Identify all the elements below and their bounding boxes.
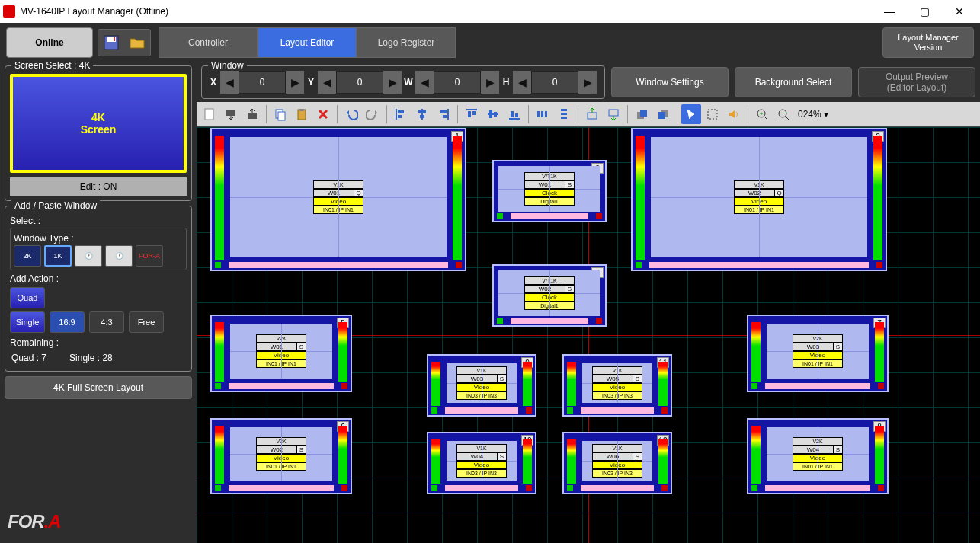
minimize-button[interactable]: — xyxy=(872,0,907,23)
main: Window X ◀0▶ Y ◀0▶ W ◀0▶ H ◀0▶ Window Se… xyxy=(197,62,980,543)
open-icon[interactable] xyxy=(126,31,149,54)
maximize-button[interactable]: ▢ xyxy=(907,0,942,23)
layout-window-2[interactable]: 2V1KW02QVideoIN01 / IP IN1 xyxy=(631,128,887,271)
window-info: V2KW01SVideoIN01 / IP IN1 xyxy=(256,334,306,368)
delete-icon[interactable] xyxy=(313,104,333,124)
paste-icon[interactable] xyxy=(292,104,312,124)
layout-window-5[interactable]: 5V2KW01SVideoIN01 / IP IN1 xyxy=(210,315,352,392)
distribute-v-icon[interactable] xyxy=(554,104,574,124)
type-2k[interactable]: 2K xyxy=(14,245,41,267)
close-button[interactable]: ✕ xyxy=(942,0,977,23)
svg-rect-3 xyxy=(205,109,213,120)
svg-line-42 xyxy=(764,117,767,120)
full-screen-layout-button[interactable]: 4K Full Screen Layout xyxy=(5,376,192,399)
add-paste-title: Add / Paste Window xyxy=(11,200,100,211)
window-info: V/T1KW01SClockDigital1 xyxy=(524,172,575,206)
remaining-label: Remaining : xyxy=(10,337,187,348)
layout-window-7[interactable]: 7V2KW03SVideoIN01 / IP IN1 xyxy=(747,315,889,392)
ratio-4-3[interactable]: 4:3 xyxy=(89,311,124,333)
type-logo[interactable]: FOR-A xyxy=(136,245,163,267)
h-spinner[interactable]: ◀0▶ xyxy=(513,71,597,94)
layout-window-8[interactable]: 8V2KW04SVideoIN01 / IP IN1 xyxy=(747,418,889,494)
zoom-in-icon[interactable]: + xyxy=(752,104,772,124)
align-center-h-icon[interactable] xyxy=(412,104,432,124)
save-icon[interactable] xyxy=(100,31,123,54)
svg-rect-5 xyxy=(248,113,257,119)
svg-rect-9 xyxy=(299,109,304,111)
svg-rect-27 xyxy=(515,113,518,117)
scale-up-icon[interactable] xyxy=(582,104,602,124)
distribute-h-icon[interactable] xyxy=(533,104,552,124)
svg-rect-37 xyxy=(640,110,647,117)
x-spinner[interactable]: ◀0▶ xyxy=(220,71,304,94)
layout-window-9[interactable]: 9V1KW03SVideoIN03 / IP IN3 xyxy=(427,354,536,417)
audio-icon[interactable] xyxy=(724,104,744,124)
svg-rect-33 xyxy=(561,117,567,119)
type-1k[interactable]: 1K xyxy=(44,245,72,267)
send-down-icon[interactable] xyxy=(221,104,241,124)
pointer-icon[interactable] xyxy=(681,104,701,124)
new-icon[interactable] xyxy=(200,104,219,124)
sidebar: Screen Select : 4K 4K Screen Edit : ON A… xyxy=(0,62,197,543)
layout-window-10[interactable]: 10V1KW04SVideoIN03 / IP IN3 xyxy=(427,432,536,494)
align-bottom-icon[interactable] xyxy=(504,104,524,124)
send-up-icon[interactable] xyxy=(242,104,262,124)
tab-layout-editor[interactable]: Layout Editor xyxy=(258,27,357,58)
layout-canvas[interactable]: 1V1KW01QVideoIN01 / IP IN12V1KW02QVideoI… xyxy=(197,126,980,543)
bring-front-icon[interactable] xyxy=(632,104,652,124)
svg-rect-24 xyxy=(494,112,497,117)
file-icon-group xyxy=(98,29,151,56)
send-back-icon[interactable] xyxy=(653,104,673,124)
redo-icon[interactable] xyxy=(363,104,383,124)
layout-window-6[interactable]: 6V2KW02SVideoIN01 / IP IN1 xyxy=(210,418,352,494)
window-info: V1KW02QVideoIN01 / IP IN1 xyxy=(734,180,784,214)
background-select-button[interactable]: Background Select xyxy=(735,67,852,97)
window-title: MV-1640IP Layout Manager (Offline) xyxy=(20,6,872,17)
ratio-16-9[interactable]: 16:9 xyxy=(50,311,85,333)
layout-window-11[interactable]: 11V1KW05SVideoIN03 / IP IN3 xyxy=(562,354,672,417)
zoom-level[interactable]: 024% ▾ xyxy=(798,109,828,120)
window-info: V1KW05SVideoIN03 / IP IN3 xyxy=(592,366,642,400)
single-button[interactable]: Single xyxy=(10,311,45,333)
window-info: V1KW03SVideoIN03 / IP IN3 xyxy=(456,366,507,400)
svg-rect-7 xyxy=(278,112,285,120)
window-info: V2KW02SVideoIN01 / IP IN1 xyxy=(256,437,306,471)
type-clock-digital[interactable]: 🕐 xyxy=(105,245,133,267)
align-right-icon[interactable] xyxy=(434,104,453,124)
output-preview-button[interactable]: Output Preview (Editor Layout) xyxy=(858,67,975,97)
screen-select-title: Screen Select : 4K xyxy=(11,60,93,71)
align-middle-icon[interactable] xyxy=(483,104,503,124)
tab-logo-register[interactable]: Logo Register xyxy=(357,27,456,58)
svg-text:−: − xyxy=(781,110,785,117)
icon-toolbar: + − 024% ▾ xyxy=(197,102,980,126)
tab-controller[interactable]: Controller xyxy=(159,27,258,58)
y-spinner[interactable]: ◀0▶ xyxy=(318,71,402,94)
zoom-out-icon[interactable]: − xyxy=(773,104,793,124)
online-button[interactable]: Online xyxy=(6,27,93,58)
window-group-title: Window xyxy=(208,60,247,71)
remaining-values: Quad : 7 Single : 28 xyxy=(10,350,187,366)
layout-window-1[interactable]: 1V1KW01QVideoIN01 / IP IN1 xyxy=(210,128,466,271)
screen-select-group: Screen Select : 4K 4K Screen Edit : ON xyxy=(5,65,192,201)
align-top-icon[interactable] xyxy=(462,104,482,124)
svg-text:+: + xyxy=(760,110,764,117)
type-clock-analog[interactable]: 🕐 xyxy=(75,245,102,267)
ratio-free[interactable]: Free xyxy=(129,311,164,333)
window-settings-button[interactable]: Window Settings xyxy=(611,67,729,97)
scale-down-icon[interactable] xyxy=(604,104,623,124)
undo-icon[interactable] xyxy=(341,104,361,124)
copy-icon[interactable] xyxy=(271,104,290,124)
svg-rect-28 xyxy=(537,111,540,117)
screen-preview[interactable]: 4K Screen xyxy=(10,74,187,173)
svg-rect-17 xyxy=(440,110,447,113)
align-left-icon[interactable] xyxy=(391,104,411,124)
marquee-icon[interactable] xyxy=(703,104,722,124)
layout-window-3[interactable]: 3V/T1KW01SClockDigital1 xyxy=(492,160,607,222)
edit-status[interactable]: Edit : ON xyxy=(10,177,187,196)
quad-button[interactable]: Quad xyxy=(10,287,45,308)
version-button[interactable]: Layout Manager Version xyxy=(882,27,974,58)
w-spinner[interactable]: ◀0▶ xyxy=(415,71,499,94)
titlebar: MV-1640IP Layout Manager (Offline) — ▢ ✕ xyxy=(0,0,980,23)
layout-window-4[interactable]: 4V/T1KW02SClockDigital1 xyxy=(492,264,607,327)
layout-window-12[interactable]: 12V1KW06SVideoIN03 / IP IN3 xyxy=(562,432,672,494)
